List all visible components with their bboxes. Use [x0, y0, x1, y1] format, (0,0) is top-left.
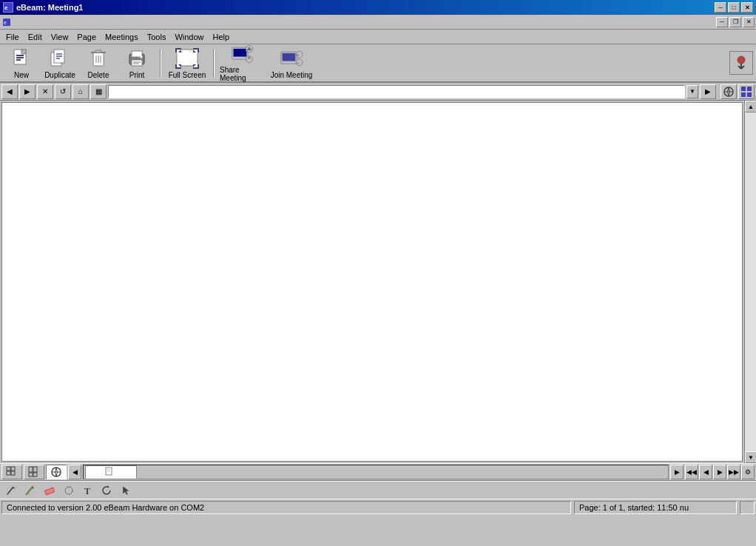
address-input[interactable] [108, 85, 685, 98]
svg-rect-61 [741, 92, 746, 97]
svg-point-44 [248, 57, 251, 60]
eraser-tool-button[interactable] [41, 483, 58, 498]
page-next-button[interactable]: ▶ [713, 465, 726, 479]
svg-text:+: + [297, 53, 299, 57]
forward-button[interactable]: ▶ [19, 84, 36, 99]
delete-button[interactable]: Delete [80, 46, 117, 80]
scroll-down-button[interactable]: ▼ [745, 451, 756, 463]
svg-rect-68 [33, 467, 37, 472]
minimize-button[interactable]: ─ [715, 2, 726, 13]
refresh-button[interactable]: ↺ [55, 84, 71, 99]
new-button[interactable]: New [3, 46, 40, 80]
toolbar-separator-2 [213, 49, 215, 77]
page-prev-button[interactable]: ◀ [699, 465, 712, 479]
vertical-scrollbar: ▲ ▼ [744, 101, 756, 463]
print-button[interactable]: Print [118, 46, 155, 80]
scroll-up-button[interactable]: ▲ [745, 101, 756, 112]
page-first-button[interactable]: ◀◀ [685, 465, 698, 479]
menu-file[interactable]: File [1, 31, 24, 43]
tab-web-view[interactable] [46, 465, 67, 479]
join-meeting-icon: + + [280, 47, 303, 70]
svg-rect-23 [132, 51, 142, 57]
menu-meetings[interactable]: Meetings [101, 31, 143, 43]
page-last-button[interactable]: ▶▶ [727, 465, 740, 479]
stop-button[interactable]: ✕ [37, 84, 53, 99]
share-meeting-label: Share Meeting [220, 66, 266, 82]
scroll-track[interactable] [745, 112, 756, 451]
menu-window[interactable]: Window [170, 31, 208, 43]
page-number-nav: ◀◀ ◀ ▶ ▶▶ ⚙ [685, 465, 755, 479]
draw-toolbar: T [0, 481, 756, 499]
status-bar: Connected to version 2.00 eBeam Hardware… [0, 499, 756, 515]
menu-page[interactable]: Page [72, 31, 101, 43]
back-icon: ◀ [7, 87, 13, 95]
svg-marker-85 [123, 486, 129, 495]
pen-tool-button[interactable] [3, 483, 19, 498]
mdi-restore-button[interactable]: ❐ [729, 17, 741, 27]
svg-rect-81 [44, 488, 54, 495]
svg-point-82 [65, 487, 72, 494]
lasso-tool-button[interactable] [61, 483, 77, 498]
canvas-area [1, 102, 743, 462]
page-status: Page: 1 of 1, started: 11:50 nu [574, 501, 737, 514]
menu-tools[interactable]: Tools [143, 31, 171, 43]
fullscreen-label: Full Screen [169, 71, 206, 79]
tab-grid-view[interactable] [1, 465, 22, 479]
duplicate-label: Duplicate [44, 71, 75, 79]
page-nav-next-button[interactable]: ▶ [670, 465, 684, 479]
tab-bar: ◀ ▶ ◀◀ ◀ ▶ ▶▶ ⚙ [0, 463, 756, 481]
status-end [740, 501, 755, 514]
join-meeting-button[interactable]: + + Join Meeting [268, 46, 315, 80]
mdi-close-button[interactable]: ✕ [743, 17, 755, 27]
fullscreen-button[interactable]: Full Screen [166, 46, 209, 80]
svg-rect-63 [7, 467, 10, 471]
duplicate-button[interactable]: Duplicate [41, 46, 78, 80]
toolbar: New Duplicate Delete [0, 44, 756, 83]
menu-edit[interactable]: Edit [24, 31, 47, 43]
grid-button[interactable]: ▦ [90, 84, 107, 99]
text-tool-button[interactable]: T [80, 483, 96, 498]
duplicate-icon [48, 47, 72, 70]
menu-view[interactable]: View [47, 31, 73, 43]
menu-help[interactable]: Help [209, 31, 234, 43]
marker-tool-button[interactable] [22, 483, 38, 498]
main-area: ▲ ▼ [0, 101, 756, 463]
back-button[interactable]: ◀ [1, 84, 18, 99]
svg-line-76 [7, 487, 13, 494]
svg-rect-24 [132, 60, 142, 66]
home-button[interactable]: ⌂ [72, 84, 89, 99]
svg-text:e: e [4, 4, 8, 11]
stop-icon: ✕ [42, 87, 48, 95]
pointer-tool-button[interactable] [118, 483, 135, 498]
svg-rect-62 [747, 92, 752, 97]
nav-icon-2[interactable] [738, 84, 755, 99]
address-dropdown-button[interactable]: ▼ [686, 85, 698, 98]
page-tab-1[interactable] [85, 465, 137, 479]
rotate-tool-button[interactable] [99, 483, 115, 498]
mdi-icon: e [1, 17, 12, 27]
share-meeting-button[interactable]: Share Meeting [219, 46, 266, 80]
grid-icon: ▦ [95, 87, 102, 95]
svg-text:e: e [4, 20, 7, 25]
svg-point-53 [738, 56, 745, 64]
title-bar-controls: ─ □ ✕ [715, 2, 753, 13]
close-button[interactable]: ✕ [741, 2, 753, 13]
page-nav-prev-button[interactable]: ◀ [68, 465, 81, 479]
print-icon [125, 47, 149, 70]
tab-pages-view[interactable] [24, 465, 44, 479]
page-options-button[interactable]: ⚙ [741, 465, 755, 479]
go-button[interactable]: ▶ [700, 84, 716, 99]
svg-text:T: T [84, 486, 90, 496]
mdi-controls: ─ ❐ ✕ [716, 17, 755, 27]
mdi-minimize-button[interactable]: ─ [716, 17, 728, 27]
svg-rect-47 [283, 53, 296, 61]
new-label: New [14, 71, 29, 79]
svg-rect-70 [33, 473, 37, 476]
mdi-title-bar: e ─ ❐ ✕ [0, 15, 756, 30]
nav-icon-1[interactable] [720, 84, 737, 99]
go-icon: ▶ [705, 87, 711, 95]
connection-status: Connected to version 2.00 eBeam Hardware… [1, 501, 571, 514]
join-meeting-label: Join Meeting [271, 71, 313, 79]
app-icon: e [3, 2, 13, 13]
maximize-button[interactable]: □ [728, 2, 740, 13]
